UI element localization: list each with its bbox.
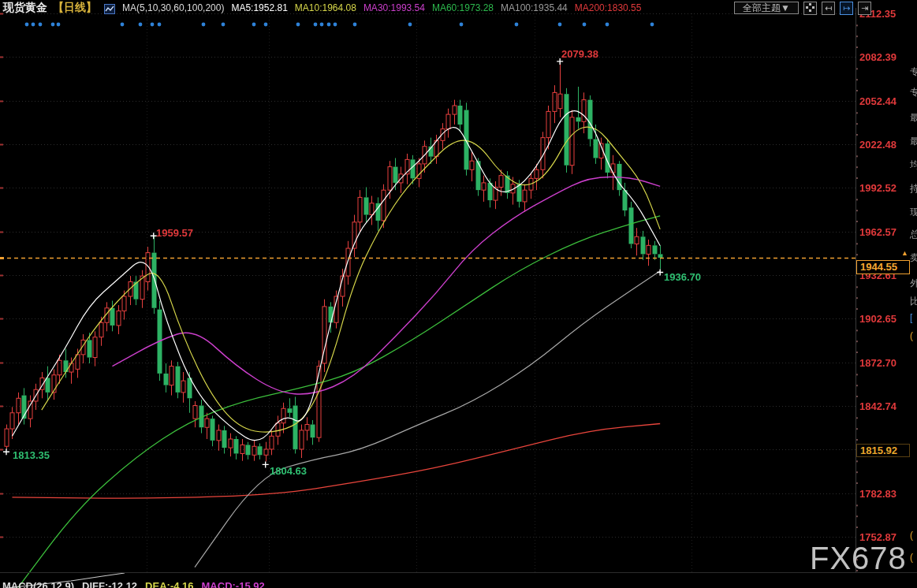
macd-indicator-row: MACD(26,12,9)DIFF:-12.12DEA:-4.16MACD:-1… xyxy=(2,580,273,588)
clipped-text-fragment: 卖 xyxy=(910,251,917,265)
y-axis-label: 1782.83 xyxy=(859,488,896,500)
ma100-value: MA100:1935.44 xyxy=(501,2,568,13)
clipped-text-fragment: 最 xyxy=(910,135,917,148)
clipped-text-fragment: ( xyxy=(910,330,917,341)
trading-chart-app: { "header": { "title": "现货黄金", "period_l… xyxy=(0,0,917,588)
axis-scale-right-icon[interactable]: ↦ xyxy=(840,2,853,15)
annotation-swing-high: 1959.57 xyxy=(156,227,193,239)
alert-price-tag: 1815.92 xyxy=(856,444,910,457)
annotation-last-low: 1936.70 xyxy=(664,271,701,283)
ma60-value: MA60:1973.28 xyxy=(432,2,494,13)
clipped-text-fragment: 专 xyxy=(910,65,917,79)
ma30-value: MA30:1993.54 xyxy=(363,2,425,13)
clipped-text-fragment: [ xyxy=(910,312,917,323)
clipped-text-fragment: 均 xyxy=(910,158,917,172)
clipped-text-fragment: ( xyxy=(910,530,917,541)
current-price-tag: 1944.55 xyxy=(856,260,910,274)
indicator-label: MA(5,10,30,60,100,200) xyxy=(122,2,224,13)
mini-chart-icon[interactable] xyxy=(104,3,115,13)
axis-scale-left-icon[interactable]: ↤ xyxy=(822,2,835,15)
ma200-value: MA200:1830.55 xyxy=(575,2,642,13)
clipped-text-fragment: 最 xyxy=(910,111,917,125)
axis-divider xyxy=(855,8,856,572)
ma10-value: MA10:1964.08 xyxy=(295,2,356,13)
clipped-text-fragment: 比 xyxy=(910,295,917,308)
annotation-high: 2079.38 xyxy=(561,48,598,60)
clipped-side-panel: 专专最最均持现总卖外比[((( xyxy=(908,0,917,588)
clipped-text-fragment: 持 xyxy=(910,182,917,195)
fx678-watermark: FX678 xyxy=(810,541,907,576)
y-axis-label: 1902.65 xyxy=(859,313,896,325)
period-label: 【日线】 xyxy=(53,1,97,15)
chart-header: 现货黄金 【日线】 MA(5,10,30,60,100,200) MA5:195… xyxy=(0,0,917,16)
y-axis-label: 2082.39 xyxy=(859,51,896,63)
clipped-text-fragment: 现 xyxy=(910,206,917,219)
macd-diff-value: DIFF:-12.12 xyxy=(82,580,137,588)
clipped-text-fragment: 外 xyxy=(910,277,917,290)
ma5-value: MA5:1952.81 xyxy=(231,2,287,13)
annotation-left-low: 1813.35 xyxy=(13,449,50,461)
clipped-text-fragment: 总 xyxy=(910,228,917,241)
price-up-arrow-icon: ▲ xyxy=(901,250,908,257)
theme-dropdown-button[interactable]: 全部主题▼ xyxy=(734,2,799,14)
symbol-title: 现货黄金 xyxy=(3,1,47,15)
y-axis-label: 1842.74 xyxy=(859,400,896,412)
macd-dea-value: DEA:-4.16 xyxy=(145,580,193,588)
y-axis-label: 1962.57 xyxy=(859,226,896,238)
annotation-bottom-low: 1804.63 xyxy=(270,465,307,477)
clipped-text-fragment: 专 xyxy=(910,86,917,99)
macd-macd-value: MACD:-15.92 xyxy=(202,580,265,588)
candlestick-chart[interactable] xyxy=(0,0,917,588)
pane-separator xyxy=(0,572,917,573)
header-controls: 全部主题▼ ↤ ↦ ⇥ xyxy=(734,2,871,15)
y-axis-label: 1872.70 xyxy=(859,357,896,369)
y-axis-label: 2052.44 xyxy=(859,95,896,107)
pan-right-icon[interactable]: ⇥ xyxy=(858,2,871,15)
y-axis-label: 2022.48 xyxy=(859,139,896,151)
crosshair-icon[interactable] xyxy=(803,2,817,15)
clipped-text-fragment: ( xyxy=(910,552,917,563)
macd-params-label: MACD(26,12,9) xyxy=(2,580,74,588)
y-axis-label: 1992.52 xyxy=(859,182,896,194)
